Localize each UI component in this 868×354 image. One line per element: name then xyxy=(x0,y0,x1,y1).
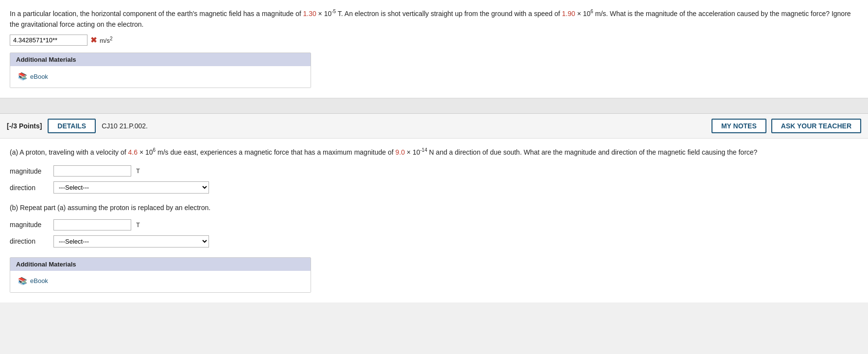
section-separator xyxy=(0,99,868,113)
part-b-magnitude-row: magnitude T xyxy=(10,219,858,230)
ebook-label-bottom: eBook xyxy=(30,277,48,284)
problem-content: (a) A proton, traveling with a velocity … xyxy=(0,139,868,302)
problem-id: CJ10 21.P.002. xyxy=(102,122,706,130)
part-b-text: (b) Repeat part (a) assuming the proton … xyxy=(10,202,858,213)
part-b-magnitude-unit: T xyxy=(136,221,140,229)
additional-materials-header-top: Additional Materials xyxy=(10,53,311,66)
part-a-text: (a) A proton, traveling with a velocity … xyxy=(10,146,858,158)
bottom-section: [-/3 Points] DETAILS CJ10 21.P.002. MY N… xyxy=(0,113,868,302)
part-b-direction-label: direction xyxy=(10,237,49,245)
ebook-label-top: eBook xyxy=(30,73,48,80)
action-buttons: MY NOTES ASK YOUR TEACHER xyxy=(712,119,861,133)
additional-materials-header-bottom: Additional Materials xyxy=(10,258,311,271)
part-a-magnitude-label: magnitude xyxy=(10,167,49,175)
ebook-link-top[interactable]: 📚 eBook xyxy=(18,72,303,81)
part-a-direction-label: direction xyxy=(10,184,49,192)
part-a-direction-row: direction ---Select--- due north due sou… xyxy=(10,181,858,194)
part-a-magnitude-unit: T xyxy=(136,167,140,175)
points-label: [-/3 Points] xyxy=(7,122,42,130)
problem-header: [-/3 Points] DETAILS CJ10 21.P.002. MY N… xyxy=(0,114,868,139)
additional-materials-box-bottom: Additional Materials 📚 eBook xyxy=(10,257,311,293)
part-b-direction-select[interactable]: ---Select--- due north due south due eas… xyxy=(53,235,209,248)
page-wrapper: In a particular location, the horizontal… xyxy=(0,0,868,302)
part-b-magnitude-label: magnitude xyxy=(10,221,49,229)
book-icon-top: 📚 xyxy=(18,72,27,81)
ask-teacher-button[interactable]: ASK YOUR TEACHER xyxy=(771,119,861,133)
part-b-direction-row: direction ---Select--- due north due sou… xyxy=(10,235,858,248)
answer-input[interactable] xyxy=(10,35,87,46)
additional-materials-body-top: 📚 eBook xyxy=(10,66,311,88)
wrong-icon: ✖ xyxy=(90,35,97,45)
part-a-val2: 9.0 xyxy=(396,148,405,156)
answer-row: ✖ m/s2 xyxy=(10,35,858,46)
question-text: In a particular location, the horizontal… xyxy=(10,8,858,30)
val2: 1.90 xyxy=(562,10,575,18)
val1: 1.30 xyxy=(303,10,316,18)
top-section: In a particular location, the horizontal… xyxy=(0,0,868,99)
part-a-magnitude-input[interactable] xyxy=(53,165,131,177)
additional-materials-box-top: Additional Materials 📚 eBook xyxy=(10,53,311,88)
book-icon-bottom: 📚 xyxy=(18,277,27,285)
additional-materials-body-bottom: 📚 eBook xyxy=(10,271,311,292)
part-a-val1: 4.6 xyxy=(128,148,138,156)
part-a-magnitude-row: magnitude T xyxy=(10,165,858,177)
ebook-link-bottom[interactable]: 📚 eBook xyxy=(18,277,303,285)
details-button[interactable]: DETAILS xyxy=(48,119,96,133)
my-notes-button[interactable]: MY NOTES xyxy=(712,119,766,133)
part-a-direction-select[interactable]: ---Select--- due north due south due eas… xyxy=(53,181,209,194)
unit-label: m/s2 xyxy=(100,36,113,44)
part-b-magnitude-input[interactable] xyxy=(53,219,131,230)
